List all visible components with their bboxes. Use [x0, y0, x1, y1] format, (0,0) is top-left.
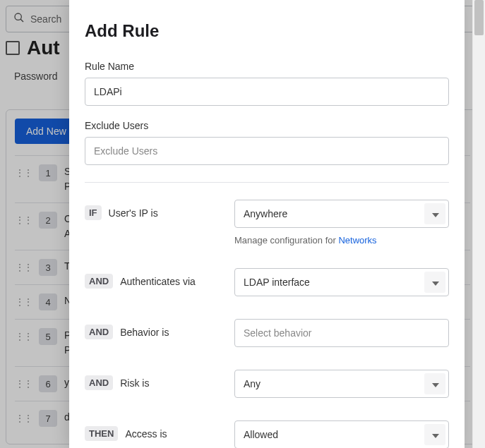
chevron-down-icon [432, 429, 439, 440]
rule-name-input[interactable] [85, 78, 449, 106]
divider [85, 182, 449, 183]
modal-title: Add Rule [85, 21, 449, 41]
condition-risk: AND Risk is Any [85, 370, 449, 398]
exclude-users-field: Exclude Users Exclude Users [85, 120, 449, 165]
scrollbar-thumb[interactable] [474, 0, 484, 35]
condition-label: Behavior is [120, 327, 169, 338]
add-rule-modal: Add Rule Rule Name Exclude Users Exclude… [69, 0, 465, 448]
chevron-down-icon [432, 277, 439, 288]
and-tag: AND [85, 375, 113, 390]
condition-ip: IF User's IP is Anywhere Manage configur… [85, 200, 449, 246]
chevron-down-icon [432, 378, 439, 389]
exclude-users-input[interactable]: Exclude Users [85, 137, 449, 165]
and-tag: AND [85, 325, 113, 339]
ip-select[interactable]: Anywhere [234, 200, 449, 228]
condition-behavior: AND Behavior is Select behavior [85, 319, 449, 347]
condition-label: Risk is [120, 377, 149, 389]
networks-hint: Manage configuration for Networks [234, 235, 449, 246]
auth-select[interactable]: LDAP interface [234, 268, 449, 296]
if-tag: IF [85, 205, 102, 220]
risk-select[interactable]: Any [234, 370, 449, 398]
scrollbar[interactable] [472, 0, 485, 448]
behavior-select[interactable]: Select behavior [234, 319, 449, 347]
condition-label: Authenticates via [120, 276, 196, 287]
networks-link[interactable]: Networks [338, 235, 376, 246]
condition-label: Access is [125, 428, 167, 440]
rule-name-label: Rule Name [85, 61, 449, 72]
condition-access: THEN Access is Allowed [85, 420, 449, 448]
condition-label: User's IP is [109, 207, 158, 219]
access-select[interactable]: Allowed [234, 420, 449, 448]
chevron-down-icon [432, 208, 439, 219]
and-tag: AND [85, 274, 113, 289]
then-tag: THEN [85, 426, 118, 441]
condition-auth: AND Authenticates via LDAP interface [85, 268, 449, 296]
rule-name-field: Rule Name [85, 61, 449, 106]
exclude-users-label: Exclude Users [85, 120, 449, 131]
